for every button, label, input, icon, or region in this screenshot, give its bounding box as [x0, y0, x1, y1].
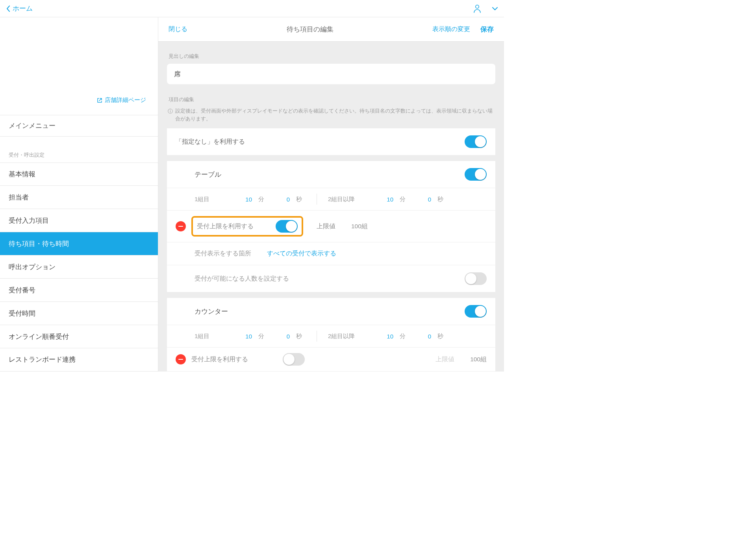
back-home-button[interactable]: ホーム	[6, 4, 33, 13]
nav-label: 担当者	[9, 193, 29, 202]
reorder-button[interactable]: 表示順の変更	[432, 25, 470, 33]
content-scroll[interactable]: 見出しの編集 項目の編集 ⓘ 設定後は、受付画面や外部ディスプレイモードなどの表…	[158, 42, 504, 372]
category-name: カウンター	[195, 307, 228, 316]
min-unit: 分	[400, 196, 409, 203]
first-min-value[interactable]: 10	[236, 196, 252, 203]
nav-label: 呼出オプション	[9, 263, 56, 272]
remove-button[interactable]	[176, 354, 186, 364]
nav-item-call-options[interactable]: 呼出オプション	[0, 255, 158, 279]
after-sec-value[interactable]: 0	[415, 333, 431, 340]
user-menu-button[interactable]	[473, 4, 481, 13]
sec-unit: 秒	[437, 196, 447, 203]
chevron-left-icon	[6, 6, 10, 12]
save-button[interactable]: 保存	[480, 25, 494, 34]
sec-unit: 秒	[296, 333, 306, 340]
category-card-table: テーブル 1組目 10 分 0 秒 2組目以降	[167, 161, 495, 292]
capacity-toggle[interactable]	[465, 272, 487, 285]
nav-item-basic-info[interactable]: 基本情報	[0, 163, 158, 186]
limit-row: 受付上限を利用する 上限値 100組	[167, 211, 495, 242]
info-note: ⓘ 設定後は、受付画面や外部ディスプレイモードなどの表示を確認してください。待ち…	[168, 107, 495, 123]
limit-toggle[interactable]	[276, 220, 298, 233]
panel-header: 閉じる 待ち項目の編集 表示順の変更 保存	[158, 17, 504, 42]
nav-label: 受付入力項目	[9, 216, 49, 225]
limit-value: 100組	[470, 355, 487, 364]
section-caption: 受付・呼出設定	[0, 137, 158, 163]
limit-label: 受付上限を利用する	[191, 355, 275, 364]
remove-button[interactable]	[176, 221, 186, 231]
svg-point-0	[476, 5, 479, 8]
nav-item-staff[interactable]: 担当者	[0, 186, 158, 209]
after-sec-value[interactable]: 0	[415, 196, 431, 203]
min-unit: 分	[400, 333, 409, 340]
after-min-value[interactable]: 10	[378, 333, 393, 340]
limit-toggle[interactable]	[283, 353, 305, 366]
display-row: 受付表示をする箇所 すべての受付で表示する	[167, 242, 495, 265]
nav-label: 基本情報	[9, 170, 35, 179]
after-label: 2組目以降	[328, 196, 371, 203]
shop-detail-label: 店舗詳細ページ	[105, 96, 146, 104]
heading-input[interactable]	[167, 64, 495, 84]
nav-label: 受付時間	[9, 309, 35, 318]
nav-item-number[interactable]: 受付番号	[0, 279, 158, 302]
after-label: 2組目以降	[328, 333, 371, 340]
after-min-value[interactable]: 10	[378, 196, 393, 203]
time-row: 1組目 10 分 0 秒 2組目以降 10 分 0 秒	[167, 188, 495, 211]
limit-label: 受付上限を利用する	[197, 222, 267, 231]
nav-item-restaurant-board[interactable]: レストランボード連携	[0, 348, 158, 372]
nav-label: オンライン順番受付	[9, 332, 69, 341]
first-sec-value[interactable]: 0	[274, 333, 290, 340]
min-unit: 分	[258, 196, 268, 203]
heading-label: 見出しの編集	[169, 53, 495, 60]
first-sec-value[interactable]: 0	[274, 196, 290, 203]
first-label: 1組目	[195, 196, 230, 203]
category-toggle[interactable]	[465, 305, 487, 318]
info-text: 設定後は、受付画面や外部ディスプレイモードなどの表示を確認してください。待ち項目…	[175, 107, 495, 123]
chevron-down-icon	[492, 7, 498, 10]
info-icon: ⓘ	[168, 107, 173, 123]
shop-area: 店舗詳細ページ	[0, 17, 158, 115]
divider	[317, 194, 317, 205]
use-none-label: 「指定なし」を利用する	[176, 138, 245, 146]
limit-value[interactable]: 100組	[351, 222, 368, 231]
limit-cap-label: 上限値	[317, 222, 335, 231]
min-unit: 分	[258, 333, 268, 340]
nav-item-hours[interactable]: 受付時間	[0, 302, 158, 325]
first-min-value[interactable]: 10	[236, 333, 252, 340]
main-menu-label: メインメニュー	[9, 121, 56, 130]
nav-label: 待ち項目・待ち時間	[9, 239, 69, 248]
capacity-label: 受付が可能になる人数を設定する	[195, 275, 289, 283]
shop-detail-link[interactable]: 店舗詳細ページ	[97, 96, 146, 104]
nav-item-input-items[interactable]: 受付入力項目	[0, 209, 158, 232]
highlight-box: 受付上限を利用する	[191, 216, 303, 237]
time-row: 1組目 10 分 0 秒 2組目以降 10 分 0 秒	[167, 325, 495, 348]
nav-label: 受付番号	[9, 286, 35, 295]
limit-row: 受付上限を利用する 上限値 100組	[167, 348, 495, 372]
user-icon	[473, 4, 481, 13]
main-menu-button[interactable]: メインメニュー	[0, 115, 158, 136]
nav-item-wait-items[interactable]: 待ち項目・待ち時間	[0, 232, 158, 255]
home-label: ホーム	[13, 4, 33, 13]
use-none-row: 「指定なし」を利用する	[167, 128, 495, 155]
sec-unit: 秒	[437, 333, 447, 340]
dropdown-button[interactable]	[492, 7, 498, 10]
category-card-counter: カウンター 1組目 10 分 0 秒 2組目以降	[167, 298, 495, 372]
close-button[interactable]: 閉じる	[169, 25, 187, 33]
first-label: 1組目	[195, 333, 230, 340]
sidebar: 店舗詳細ページ メインメニュー 受付・呼出設定 基本情報 担当者 受付入力項目 …	[0, 17, 158, 372]
divider	[317, 331, 317, 342]
items-label: 項目の編集	[169, 96, 495, 103]
nav-label: レストランボード連携	[9, 355, 76, 364]
display-label: 受付表示をする箇所	[195, 250, 251, 258]
panel-title: 待ち項目の編集	[287, 25, 334, 34]
main-panel: 閉じる 待ち項目の編集 表示順の変更 保存 見出しの編集 項目の編集 ⓘ 設定後…	[158, 17, 504, 372]
limit-cap-label: 上限値	[435, 355, 454, 364]
nav-item-online[interactable]: オンライン順番受付	[0, 325, 158, 348]
capacity-row: 受付が可能になる人数を設定する	[167, 265, 495, 292]
display-value[interactable]: すべての受付で表示する	[267, 250, 336, 258]
external-link-icon	[97, 98, 102, 103]
sec-unit: 秒	[296, 196, 306, 203]
category-toggle[interactable]	[465, 168, 487, 181]
use-none-toggle[interactable]	[465, 135, 487, 148]
category-name: テーブル	[195, 170, 221, 179]
topbar: ホーム	[0, 0, 504, 17]
